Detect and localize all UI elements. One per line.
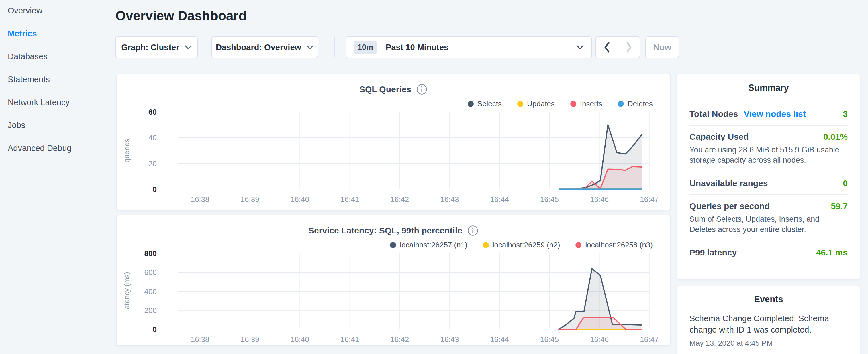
svg-text:16:38: 16:38: [191, 195, 209, 204]
svg-text:16:44: 16:44: [490, 195, 509, 204]
summary-row-p99-latency: P99 latency 46.1 ms: [689, 241, 848, 264]
controls-divider: [334, 37, 335, 57]
svg-text:16:38: 16:38: [191, 335, 209, 344]
now-button-label: Now: [653, 42, 671, 52]
chevron-down-icon: [185, 45, 192, 50]
svg-text:16:45: 16:45: [540, 335, 559, 344]
svg-text:400: 400: [145, 287, 157, 296]
summary-row-total-nodes: Total Nodes View nodes list 3: [689, 103, 848, 125]
sidebar-item-metrics[interactable]: Metrics: [8, 28, 114, 39]
now-button[interactable]: Now: [645, 36, 679, 58]
svg-text:16:47: 16:47: [640, 195, 658, 204]
summary-row-capacity-used: Capacity Used 0.01% You are using 28.6 M…: [689, 125, 848, 171]
svg-text:16:40: 16:40: [290, 195, 309, 204]
chevron-down-icon: [576, 45, 584, 50]
chart-plot-1: 16:3816:3916:4016:4116:4216:4316:4416:45…: [117, 215, 670, 345]
summary-label: Total Nodes: [689, 109, 738, 119]
summary-title: Summary: [689, 83, 848, 93]
svg-text:200: 200: [145, 306, 157, 315]
summary-row-unavailable-ranges: Unavailable ranges 0: [689, 171, 848, 194]
chart-plot-0: 16:3816:3916:4016:4116:4216:4316:4416:45…: [117, 74, 670, 210]
sidebar-item-network-latency[interactable]: Network Latency: [8, 96, 114, 108]
sidebar: Overview Metrics Databases Statements Ne…: [8, 5, 114, 165]
graph-scope-dropdown-label: Graph: Cluster: [121, 43, 179, 52]
events-panel: Events Schema Change Completed: Schema c…: [677, 286, 860, 354]
summary-value: 0.01%: [823, 132, 848, 142]
summary-value: 59.7: [831, 201, 848, 211]
summary-label: Queries per second: [689, 201, 770, 211]
summary-subtext: Sum of Selects, Updates, Inserts, and De…: [689, 214, 848, 234]
svg-text:600: 600: [145, 268, 157, 277]
summary-value: 3: [843, 109, 848, 119]
summary-panel: Summary Total Nodes View nodes list 3 Ca…: [677, 74, 860, 280]
svg-text:16:41: 16:41: [340, 195, 359, 204]
summary-label: Capacity Used: [689, 132, 749, 142]
summary-label: P99 latency: [689, 248, 737, 257]
summary-subtext: You are using 28.6 MiB of 515.9 GiB usab…: [689, 144, 848, 165]
metrics-overview-page: Overview Metrics Databases Statements Ne…: [0, 0, 868, 354]
sidebar-item-overview[interactable]: Overview: [8, 5, 114, 17]
chevron-left-icon: [603, 41, 611, 53]
svg-text:0: 0: [153, 325, 157, 334]
time-range-label: Past 10 Minutes: [386, 43, 448, 52]
dashboard-dropdown[interactable]: Dashboard: Overview: [212, 36, 318, 58]
svg-text:16:44: 16:44: [490, 335, 509, 344]
svg-text:16:42: 16:42: [390, 195, 409, 204]
summary-value: 46.1 ms: [816, 248, 848, 257]
svg-text:20: 20: [149, 159, 157, 168]
svg-text:800: 800: [145, 249, 157, 258]
svg-text:40: 40: [149, 133, 157, 142]
event-item-text: Schema Change Completed: Schema change w…: [689, 313, 848, 335]
svg-text:16:39: 16:39: [241, 335, 259, 344]
svg-text:16:43: 16:43: [440, 195, 459, 204]
chevron-right-icon: [625, 41, 633, 53]
chevron-down-icon: [306, 45, 314, 50]
svg-text:16:47: 16:47: [640, 335, 658, 344]
summary-row-queries-per-second: Queries per second 59.7 Sum of Selects, …: [689, 194, 848, 241]
svg-text:latency (ms): latency (ms): [123, 272, 131, 311]
time-step-forward-button[interactable]: [618, 37, 640, 58]
svg-text:queries: queries: [123, 139, 131, 162]
svg-text:16:45: 16:45: [540, 195, 559, 204]
sidebar-item-statements[interactable]: Statements: [8, 73, 114, 85]
page-title: Overview Dashboard: [116, 8, 247, 24]
events-title: Events: [689, 294, 848, 304]
time-step-buttons: [595, 36, 640, 58]
summary-label: Unavailable ranges: [689, 179, 768, 188]
svg-text:16:46: 16:46: [590, 335, 609, 344]
time-step-back-button[interactable]: [596, 37, 618, 58]
summary-value: 0: [843, 179, 848, 188]
svg-text:16:46: 16:46: [590, 195, 609, 204]
svg-text:60: 60: [149, 108, 157, 116]
dashboard-dropdown-label: Dashboard: Overview: [216, 43, 301, 52]
graph-scope-dropdown[interactable]: Graph: Cluster: [115, 36, 198, 58]
service-latency-chart-card: Service Latency: SQL, 99th percentile lo…: [116, 215, 671, 346]
svg-text:0: 0: [153, 185, 157, 194]
sql-queries-chart-card: SQL Queries Selects Updates Inserts Dele…: [116, 74, 671, 210]
time-range-picker[interactable]: 10m Past 10 Minutes: [346, 36, 592, 58]
event-item-timestamp: May 13, 2020 at 4:45 PM: [689, 339, 848, 348]
svg-text:16:40: 16:40: [290, 335, 309, 344]
svg-text:16:39: 16:39: [241, 195, 259, 204]
sidebar-item-advanced-debug[interactable]: Advanced Debug: [8, 142, 114, 154]
svg-text:16:41: 16:41: [340, 335, 359, 344]
view-nodes-list-link[interactable]: View nodes list: [744, 109, 806, 119]
sidebar-item-databases[interactable]: Databases: [8, 51, 114, 62]
svg-text:16:42: 16:42: [390, 335, 409, 344]
time-window-badge: 10m: [353, 41, 377, 54]
svg-text:16:43: 16:43: [440, 335, 459, 344]
sidebar-item-jobs[interactable]: Jobs: [8, 119, 114, 131]
